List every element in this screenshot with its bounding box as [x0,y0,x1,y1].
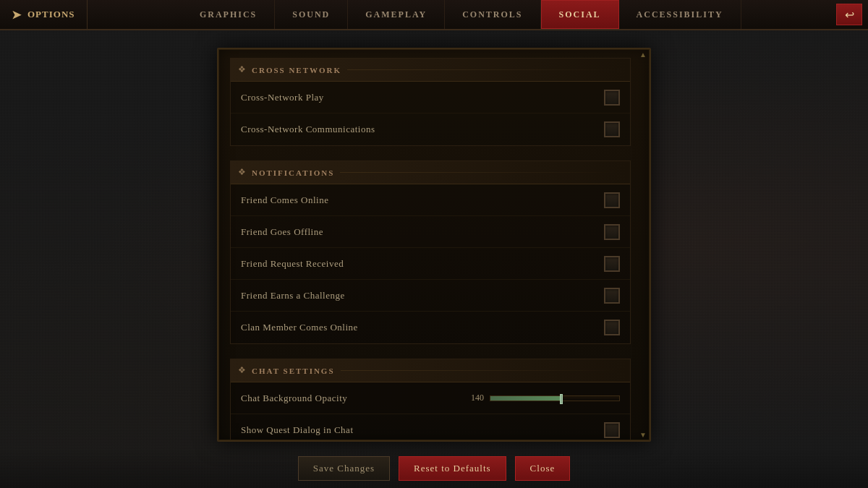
list-item: Chat Background Opacity 140 [231,382,630,414]
close-button[interactable]: Close [515,456,571,481]
tab-controls[interactable]: CONTROLS [445,0,540,29]
clan-online-checkbox[interactable] [604,320,620,335]
show-quest-dialog-label: Show Quest Dialog in Chat [241,424,604,436]
list-item: Show Quest Dialog in Chat [231,414,630,440]
notifications-section: ❖ NOTIFICATIONS Friend Comes Online Frie… [230,160,631,344]
friend-challenge-checkbox[interactable] [604,288,620,304]
cross-network-comms-checkbox[interactable] [604,121,620,137]
cross-network-comms-label: Cross-Network Communications [241,124,604,135]
chat-settings-title: CHAT SETTINGS [252,367,335,375]
nav-close-button[interactable]: ↩ [836,4,862,25]
bottom-bar: Save Changes Reset to Defaults Close [0,448,868,488]
tab-social[interactable]: SOCIAL [541,0,619,29]
settings-panel: ❖ CROSS NETWORK Cross-Network Play Cross… [217,48,651,442]
cross-network-play-label: Cross-Network Play [241,92,604,103]
list-item: Cross-Network Communications [231,114,630,145]
chat-settings-icon: ❖ [238,365,246,376]
cross-network-play-checkbox[interactable] [604,90,620,106]
list-item: Friend Comes Online [231,184,630,216]
clan-online-label: Clan Member Comes Online [241,322,604,333]
nav-tabs: GRAPHICS SOUND GAMEPLAY CONTROLS SOCIAL … [88,0,836,29]
slider-fill [490,396,561,401]
cross-network-divider [347,69,623,70]
friend-offline-checkbox[interactable] [604,224,620,240]
friend-online-label: Friend Comes Online [241,194,604,206]
chat-opacity-slider[interactable] [490,395,620,401]
options-section[interactable]: ➤ OPTIONS [0,0,88,29]
options-label: OPTIONS [27,9,75,20]
notifications-icon: ❖ [238,167,246,178]
notifications-divider [340,172,623,173]
notifications-header: ❖ NOTIFICATIONS [231,161,630,184]
reset-defaults-button[interactable]: Reset to Defaults [399,456,506,481]
chat-settings-section: ❖ CHAT SETTINGS Chat Background Opacity … [230,359,631,440]
friend-request-checkbox[interactable] [604,256,620,272]
chat-opacity-label: Chat Background Opacity [241,393,462,404]
chat-settings-divider [341,370,623,371]
chat-opacity-value: 140 [462,393,484,403]
tab-accessibility[interactable]: ACCESSIBILITY [619,0,741,29]
options-arrow-icon: ➤ [12,8,22,22]
friend-challenge-label: Friend Earns a Challenge [241,290,604,301]
list-item: Friend Earns a Challenge [231,280,630,312]
friend-offline-label: Friend Goes Offline [241,226,604,238]
scroll-up-indicator[interactable]: ▲ [638,51,648,59]
notifications-title: NOTIFICATIONS [252,168,334,177]
scroll-down-indicator[interactable]: ▼ [638,431,648,439]
friend-request-label: Friend Request Received [241,258,604,270]
nav-bar: ➤ OPTIONS GRAPHICS SOUND GAMEPLAY CONTRO… [0,0,868,30]
cross-network-header: ❖ CROSS NETWORK [231,59,630,82]
cross-network-icon: ❖ [238,64,246,75]
tab-gameplay[interactable]: GAMEPLAY [348,0,445,29]
friend-online-checkbox[interactable] [604,192,620,208]
chat-opacity-slider-container: 140 [462,393,620,403]
list-item: Friend Goes Offline [231,216,630,248]
slider-thumb [560,394,563,404]
chat-settings-header: ❖ CHAT SETTINGS [231,359,630,382]
show-quest-dialog-checkbox[interactable] [604,422,620,438]
list-item: Clan Member Comes Online [231,312,630,343]
cross-network-section: ❖ CROSS NETWORK Cross-Network Play Cross… [230,58,631,146]
tab-sound[interactable]: SOUND [275,0,348,29]
list-item: Cross-Network Play [231,82,630,114]
tab-graphics[interactable]: GRAPHICS [182,0,275,29]
list-item: Friend Request Received [231,248,630,280]
cross-network-title: CROSS NETWORK [252,66,341,74]
save-changes-button[interactable]: Save Changes [298,456,390,481]
scrollable-content[interactable]: ❖ CROSS NETWORK Cross-Network Play Cross… [218,49,650,440]
main-content: ❖ CROSS NETWORK Cross-Network Play Cross… [0,30,868,488]
